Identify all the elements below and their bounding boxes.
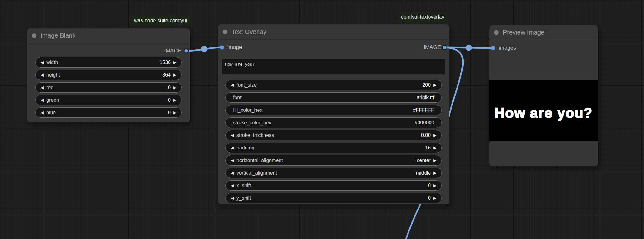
widget-value: 0	[168, 85, 171, 90]
widget-font[interactable]: font ariblk.ttf	[225, 92, 442, 103]
widget-label: horizontal_alignment	[236, 158, 283, 163]
node-header[interactable]: Preview Image	[489, 25, 598, 40]
widget-x-shift[interactable]: ◀ x_shift 0 ▶	[225, 180, 442, 191]
node-text-overlay[interactable]: Text Overlay image IMAGE How are you? ◀ …	[218, 24, 449, 204]
widget-value: 0	[428, 183, 431, 188]
widget-value: 0	[168, 110, 171, 116]
increment-arrow-icon[interactable]: ▶	[171, 82, 179, 93]
widget-padding[interactable]: ◀ padding 16 ▶	[225, 143, 442, 153]
widget-value: 0	[168, 97, 171, 103]
link-image-blank-to-text-overlay[interactable]	[186, 47, 222, 51]
node-header[interactable]: Image Blank	[27, 28, 190, 43]
text-input-widget[interactable]: How are you?	[222, 59, 445, 74]
increment-arrow-icon[interactable]: ▶	[171, 107, 179, 118]
widget-font-size[interactable]: ◀ font_size 200 ▶	[225, 80, 442, 90]
decrement-arrow-icon[interactable]: ◀	[38, 82, 46, 93]
widget-width[interactable]: ◀ width 1536 ▶	[35, 57, 182, 68]
node-title: Image Blank	[41, 32, 75, 39]
widget-label: padding	[236, 145, 254, 151]
widget-label: stroke_thickness	[236, 133, 274, 138]
repo-badge-label: comfyui-textoverlay	[401, 14, 444, 20]
widget-label: fill_color_hex	[233, 107, 262, 113]
widget-label: width	[46, 60, 58, 65]
widget-label: x_shift	[236, 183, 251, 188]
increment-arrow-icon[interactable]: ▶	[431, 180, 439, 191]
node-title: Text Overlay	[231, 28, 266, 35]
widget-label: font	[233, 95, 242, 100]
widget-value: 864	[162, 72, 171, 78]
increment-arrow-icon[interactable]: ▶	[431, 143, 439, 153]
widget-fill-color-hex[interactable]: fill_color_hex #FFFFFF	[225, 105, 442, 115]
widget-stroke-color-hex[interactable]: stroke_color_hex #000000	[225, 117, 442, 128]
decrement-arrow-icon[interactable]: ◀	[228, 80, 236, 90]
decrement-arrow-icon[interactable]: ◀	[38, 107, 46, 118]
increment-arrow-icon[interactable]: ▶	[431, 193, 439, 203]
widget-blue[interactable]: ◀ blue 0 ▶	[35, 107, 182, 118]
widget-label: height	[46, 72, 60, 78]
widget-label: font_size	[236, 82, 257, 88]
widget-value: center	[417, 158, 431, 163]
input-slot-row-images: images	[489, 43, 598, 53]
increment-arrow-icon[interactable]: ▶	[431, 80, 439, 90]
preview-rendered-text: How are you?	[495, 101, 593, 121]
decrement-arrow-icon[interactable]: ◀	[228, 130, 236, 140]
increment-arrow-icon[interactable]: ▶	[171, 57, 179, 68]
decrement-arrow-icon[interactable]: ◀	[228, 180, 236, 191]
widget-value: 0.00	[421, 133, 431, 138]
widget-stroke-thickness[interactable]: ◀ stroke_thickness 0.00 ▶	[225, 130, 442, 140]
widget-label: blue	[46, 110, 56, 116]
repo-badge-comfyui-textoverlay: comfyui-textoverlay	[397, 12, 448, 22]
node-header[interactable]: Text Overlay	[218, 24, 449, 40]
slot-row-image: image IMAGE	[218, 42, 449, 52]
increment-arrow-icon[interactable]: ▶	[431, 155, 439, 166]
collapse-dot-icon[interactable]	[32, 33, 36, 38]
repo-badge-was-node-suite: was-node-suite-comfyui	[130, 16, 191, 26]
node-preview-image[interactable]: Preview Image images How are you?	[489, 25, 598, 166]
widget-vertical-alignment[interactable]: ◀ vertical_alignment middle ▶	[225, 168, 442, 178]
output-slot-row-image: IMAGE	[27, 46, 190, 56]
collapse-dot-icon[interactable]	[494, 30, 499, 35]
widget-label: red	[46, 85, 53, 90]
widget-value: ariblk.ttf	[417, 95, 434, 100]
decrement-arrow-icon[interactable]: ◀	[38, 57, 46, 68]
decrement-arrow-icon[interactable]: ◀	[228, 193, 236, 203]
decrement-arrow-icon[interactable]: ◀	[38, 70, 46, 80]
widget-height[interactable]: ◀ height 864 ▶	[35, 70, 182, 80]
widget-label: stroke_color_hex	[233, 120, 271, 126]
widget-value: 1536	[159, 60, 171, 65]
widget-value: #FFFFFF	[413, 107, 434, 113]
node-graph-canvas[interactable]: was-node-suite-comfyui comfyui-textoverl…	[0, 0, 644, 239]
widget-value: #000000	[415, 120, 434, 126]
widget-value: 200	[422, 82, 431, 88]
widget-value: 0	[428, 195, 431, 201]
widget-horizontal-alignment[interactable]: ◀ horizontal_alignment center ▶	[225, 155, 442, 166]
increment-arrow-icon[interactable]: ▶	[171, 70, 179, 80]
repo-badge-label: was-node-suite-comfyui	[134, 18, 187, 24]
widget-label: vertical_alignment	[236, 170, 277, 176]
increment-arrow-icon[interactable]: ▶	[171, 95, 179, 105]
widget-value: 16	[425, 145, 431, 151]
widget-value: middle	[416, 170, 431, 176]
decrement-arrow-icon[interactable]: ◀	[228, 168, 236, 178]
decrement-arrow-icon[interactable]: ◀	[228, 143, 236, 153]
widget-label: green	[46, 97, 59, 103]
increment-arrow-icon[interactable]: ▶	[431, 130, 439, 140]
widget-y-shift[interactable]: ◀ y_shift 0 ▶	[225, 193, 442, 203]
widget-label: y_shift	[236, 195, 251, 201]
decrement-arrow-icon[interactable]: ◀	[38, 95, 46, 105]
node-title: Preview Image	[503, 29, 544, 36]
preview-image-output: How are you?	[489, 80, 598, 141]
node-image-blank[interactable]: Image Blank IMAGE ◀ width 1536 ▶ ◀ heigh…	[27, 28, 190, 122]
text-widget-value: How are you?	[225, 62, 255, 67]
widget-red[interactable]: ◀ red 0 ▶	[35, 82, 182, 93]
collapse-dot-icon[interactable]	[223, 30, 227, 34]
decrement-arrow-icon[interactable]: ◀	[228, 155, 236, 166]
increment-arrow-icon[interactable]: ▶	[431, 168, 439, 178]
widget-green[interactable]: ◀ green 0 ▶	[35, 95, 182, 105]
